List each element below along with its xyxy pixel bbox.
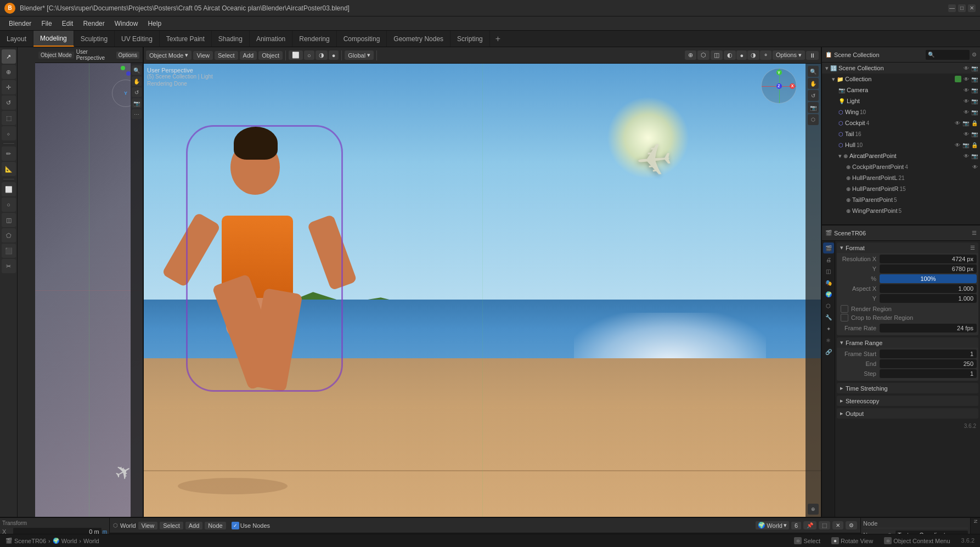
- main-3d-viewport[interactable]: ✈ User Perspective (5) Scene Collection …: [144, 64, 821, 517]
- left-viewport-canvas[interactable]: User Perspective (5) Scene Collection | …: [35, 63, 143, 517]
- stereoscopy-header[interactable]: ▸ Stereoscopy: [837, 396, 978, 406]
- menu-file[interactable]: File: [37, 19, 56, 29]
- node-node-btn[interactable]: Node: [205, 522, 226, 529]
- render-region-checkbox[interactable]: [841, 305, 848, 313]
- props-physics-icon[interactable]: ⚛: [823, 335, 834, 346]
- ol-wing-vis[interactable]: 👁: [964, 109, 969, 115]
- vp-right-orbit[interactable]: ↺: [808, 90, 819, 101]
- format-menu[interactable]: ☰: [970, 245, 975, 251]
- left-vp-orbit[interactable]: ✋: [132, 76, 142, 86]
- node-copy-btn[interactable]: ⬚: [819, 521, 830, 529]
- outliner-wing-parent[interactable]: ⊕ WingParentPoint 5: [822, 205, 980, 216]
- outliner-tail[interactable]: ⬡ Tail 16 👁 📷: [822, 128, 980, 139]
- frame-end-value[interactable]: 250: [880, 359, 977, 368]
- node-strip-btn1[interactable]: N: [973, 520, 978, 523]
- vp-material-btn[interactable]: ◑: [316, 50, 328, 60]
- outliner-hull-parent-l[interactable]: ⊕ HullParentPointL 21: [822, 172, 980, 183]
- tab-add[interactable]: +: [490, 31, 506, 47]
- vp-shade1[interactable]: ◐: [724, 50, 736, 60]
- ol-hull-render[interactable]: 📷: [962, 142, 969, 148]
- node-view-btn[interactable]: View: [138, 522, 158, 529]
- node-close-btn[interactable]: ✕: [832, 521, 843, 529]
- vp-right-more1[interactable]: ⬡: [808, 114, 819, 125]
- vp-pause-btn[interactable]: ⏸: [806, 51, 819, 60]
- tab-rendering[interactable]: Rendering: [292, 31, 336, 47]
- res-x-value[interactable]: 4724 px: [880, 255, 977, 263]
- left-vp-zoom-in[interactable]: 🔍: [132, 65, 142, 75]
- props-output-icon[interactable]: 🖨: [823, 254, 834, 265]
- tab-texture-paint[interactable]: Texture Paint: [160, 31, 212, 47]
- outliner-cockpit[interactable]: ⬡ Cockpit 4 👁 📷 🔒: [822, 117, 980, 128]
- frame-range-header[interactable]: ▾ Frame Range: [837, 337, 978, 348]
- aspect-y-value[interactable]: 1.000: [880, 294, 977, 303]
- ol-light-vis[interactable]: 👁: [964, 98, 969, 104]
- vp-solid-btn[interactable]: ○: [304, 50, 314, 60]
- ol-sc-vis[interactable]: 👁: [964, 65, 969, 71]
- frame-step-value[interactable]: 1: [880, 369, 977, 378]
- res-pct-value[interactable]: 100%: [880, 274, 977, 283]
- outliner-aircat-parent[interactable]: ▾ ⊕ AircatParentPoint 👁 📷: [822, 150, 980, 161]
- props-view-layer-icon[interactable]: ◫: [823, 266, 834, 277]
- aspect-x-value[interactable]: 1.000: [880, 284, 977, 293]
- ol-sc-render[interactable]: 📷: [971, 65, 978, 71]
- vp-right-pan[interactable]: ✋: [808, 78, 819, 89]
- props-scene-icon2[interactable]: 🎭: [823, 277, 834, 288]
- tool-scale[interactable]: ⬚: [2, 111, 16, 125]
- left-vp-rotate[interactable]: ↺: [132, 87, 142, 97]
- ol-ap-vis[interactable]: 👁: [964, 153, 969, 159]
- frame-start-value[interactable]: 1: [880, 349, 977, 358]
- ol-coll-render[interactable]: 📷: [971, 76, 978, 82]
- tool-annotate[interactable]: ✏: [2, 146, 16, 161]
- outliner-hull[interactable]: ⬡ Hull 10 👁 📷 🔒: [822, 139, 980, 150]
- props-modifier-icon[interactable]: 🔧: [823, 312, 834, 323]
- outliner-hull-parent-r[interactable]: ⊕ HullParentPointR 15: [822, 183, 980, 194]
- ol-wing-render[interactable]: 📷: [971, 109, 978, 115]
- tab-animation[interactable]: Animation: [250, 31, 292, 47]
- vp-options-btn[interactable]: Options ▾: [773, 50, 805, 60]
- outliner-cockpit-parent[interactable]: ⊕ CockpitParentPoint 4 👁: [822, 161, 980, 172]
- ol-light-render[interactable]: 📷: [971, 98, 978, 104]
- tool-transform[interactable]: ⬦: [2, 126, 16, 140]
- ol-ap-render[interactable]: 📷: [971, 153, 978, 159]
- node-pin-btn[interactable]: 📌: [803, 521, 816, 529]
- res-y-value[interactable]: 6780 px: [880, 264, 977, 273]
- vp-shade2[interactable]: ●: [736, 50, 747, 60]
- left-options-btn[interactable]: Options: [116, 52, 139, 59]
- vp-rendered-btn[interactable]: ●: [329, 50, 339, 60]
- output-header[interactable]: ▸ Output: [837, 408, 978, 419]
- vp-overlays-btn[interactable]: ⬡: [697, 50, 709, 60]
- menu-help[interactable]: Help: [143, 19, 166, 29]
- vp-right-more2[interactable]: ⊕: [808, 504, 819, 515]
- ol-coll-vis[interactable]: 👁: [964, 76, 969, 82]
- tool-add-sphere[interactable]: ○: [2, 198, 16, 212]
- menu-blender[interactable]: Blender: [4, 19, 36, 29]
- vp-object-btn[interactable]: Object: [258, 51, 283, 60]
- world-selector[interactable]: 🌍 World ▾: [756, 521, 789, 529]
- ol-cam-render[interactable]: 📷: [971, 87, 978, 93]
- vp-gizmos-btn[interactable]: ⊕: [685, 50, 696, 60]
- vp-global-btn[interactable]: Global ▾: [345, 50, 374, 60]
- vp-wireframe-btn[interactable]: ⬜: [289, 50, 303, 60]
- use-nodes-checkbox[interactable]: ✓: [232, 522, 239, 529]
- menu-window[interactable]: Window: [110, 19, 143, 29]
- tab-scripting[interactable]: Scripting: [450, 31, 490, 47]
- props-constraints-icon[interactable]: 🔗: [823, 346, 834, 357]
- tool-add-cube[interactable]: ⬜: [2, 182, 16, 196]
- left-view-btn[interactable]: User Perspective: [76, 49, 114, 61]
- tool-inset[interactable]: ◫: [2, 213, 16, 227]
- vp-select-btn[interactable]: Select: [215, 51, 238, 60]
- tool-measure[interactable]: 📐: [2, 162, 16, 176]
- node-select-btn[interactable]: Select: [160, 522, 183, 529]
- tab-sculpting[interactable]: Sculpting: [74, 31, 115, 47]
- vp-add-btn[interactable]: Add: [240, 51, 257, 60]
- ol-cp-vis[interactable]: 👁: [972, 164, 978, 170]
- tab-modeling[interactable]: Modeling: [33, 31, 74, 47]
- node-add-btn[interactable]: Add: [185, 522, 203, 529]
- node-settings-btn[interactable]: ⚙: [846, 521, 857, 529]
- menu-edit[interactable]: Edit: [58, 19, 78, 29]
- vp-xray-btn[interactable]: ◫: [711, 50, 723, 60]
- ol-cockpit-vis[interactable]: 👁: [955, 120, 960, 126]
- format-header[interactable]: ▾ Format ☰: [837, 243, 978, 253]
- outliner-light[interactable]: 💡 Light 👁 📷: [822, 95, 980, 106]
- props-particles-icon[interactable]: ✦: [823, 323, 834, 334]
